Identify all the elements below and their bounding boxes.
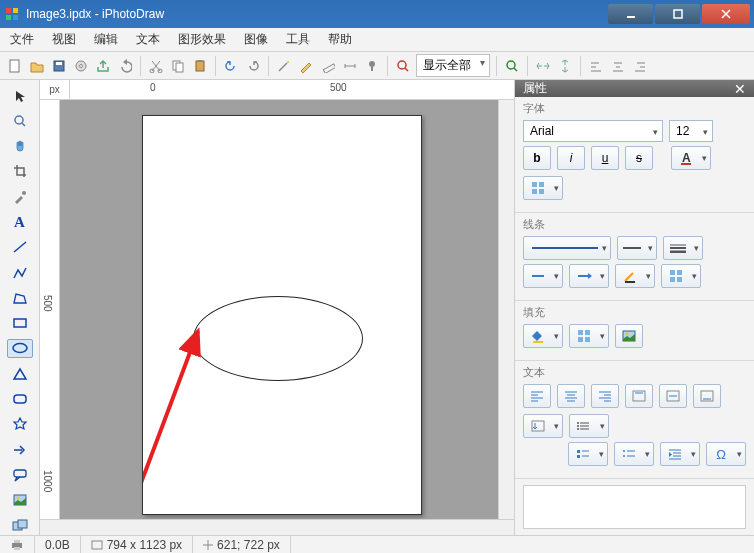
- crop-tool[interactable]: [7, 162, 33, 181]
- line-style-button[interactable]: [523, 236, 611, 260]
- svg-point-90: [577, 422, 579, 424]
- rounded-rect-tool[interactable]: [7, 389, 33, 408]
- svg-rect-65: [585, 337, 590, 342]
- zoom-select[interactable]: 显示全部: [416, 54, 490, 77]
- underline-button[interactable]: u: [591, 146, 619, 170]
- font-grid-button[interactable]: [523, 176, 563, 200]
- minimize-button[interactable]: [608, 4, 653, 24]
- fill-image-button[interactable]: [615, 324, 643, 348]
- line-tool[interactable]: [7, 238, 33, 257]
- svg-point-33: [22, 191, 26, 195]
- star-tool[interactable]: [7, 415, 33, 434]
- copy-icon[interactable]: [169, 57, 187, 75]
- valign-bot-button[interactable]: [693, 384, 721, 408]
- valign-top-button[interactable]: [625, 384, 653, 408]
- align-left-icon[interactable]: [587, 57, 605, 75]
- font-family-select[interactable]: Arial: [523, 120, 663, 142]
- text-dir-button[interactable]: [523, 414, 563, 438]
- list-style-button[interactable]: [569, 414, 609, 438]
- bold-button[interactable]: b: [523, 146, 551, 170]
- undo-arrow-icon[interactable]: [116, 57, 134, 75]
- menu-help[interactable]: 帮助: [328, 31, 352, 48]
- panel-close-icon[interactable]: ✕: [734, 81, 746, 97]
- callout-tool[interactable]: [7, 465, 33, 484]
- fill-color-button[interactable]: [523, 324, 563, 348]
- save-icon[interactable]: [50, 57, 68, 75]
- zoom-tool[interactable]: [7, 111, 33, 130]
- align-center-button[interactable]: [557, 384, 585, 408]
- ellipse-shape[interactable]: [193, 296, 363, 381]
- svg-rect-15: [196, 61, 204, 71]
- symbol-button[interactable]: Ω: [706, 442, 746, 466]
- font-color-button[interactable]: A: [671, 146, 711, 170]
- disc-icon[interactable]: [72, 57, 90, 75]
- arrow-tool[interactable]: [7, 440, 33, 459]
- font-size-select[interactable]: 12: [669, 120, 713, 142]
- italic-button[interactable]: i: [557, 146, 585, 170]
- valign-mid-button[interactable]: [659, 384, 687, 408]
- hand-tool[interactable]: [7, 137, 33, 156]
- line-width-button[interactable]: [663, 236, 703, 260]
- image-tool[interactable]: [7, 491, 33, 510]
- text-tool[interactable]: A: [7, 212, 33, 231]
- maximize-button[interactable]: [655, 4, 700, 24]
- undo-icon[interactable]: [222, 57, 240, 75]
- hflip-icon[interactable]: [534, 57, 552, 75]
- search-icon[interactable]: [394, 57, 412, 75]
- align-left-button[interactable]: [523, 384, 551, 408]
- gallery-tool[interactable]: [7, 516, 33, 535]
- arrow-end-button[interactable]: [569, 264, 609, 288]
- zoom-fit-icon[interactable]: [503, 57, 521, 75]
- pointer-tool[interactable]: [7, 86, 33, 105]
- svg-rect-36: [14, 395, 26, 403]
- indent-button[interactable]: [660, 442, 700, 466]
- line-color-button[interactable]: [615, 264, 655, 288]
- svg-rect-108: [92, 541, 102, 549]
- fill-grid-button[interactable]: [569, 324, 609, 348]
- ellipse-tool[interactable]: [7, 339, 33, 358]
- eyedropper-tool[interactable]: [7, 187, 33, 206]
- printer-icon[interactable]: [0, 536, 35, 553]
- horizontal-scrollbar[interactable]: [40, 519, 514, 535]
- page[interactable]: [142, 115, 422, 515]
- align-right-button[interactable]: [591, 384, 619, 408]
- new-icon[interactable]: [6, 57, 24, 75]
- canvas[interactable]: [60, 100, 498, 519]
- pencil-icon[interactable]: [297, 57, 315, 75]
- svg-rect-0: [6, 8, 11, 13]
- polygon-tool[interactable]: [7, 288, 33, 307]
- numbered-button[interactable]: [614, 442, 654, 466]
- paste-icon[interactable]: [191, 57, 209, 75]
- vertical-scrollbar[interactable]: [498, 100, 514, 519]
- dimension-icon[interactable]: [341, 57, 359, 75]
- polyline-tool[interactable]: [7, 263, 33, 282]
- rectangle-tool[interactable]: [7, 314, 33, 333]
- line-dash-button[interactable]: [617, 236, 657, 260]
- cut-icon[interactable]: [147, 57, 165, 75]
- menu-edit[interactable]: 编辑: [94, 31, 118, 48]
- toolbar-sep: [496, 56, 497, 76]
- open-icon[interactable]: [28, 57, 46, 75]
- align-center-icon[interactable]: [609, 57, 627, 75]
- svg-text:A: A: [682, 151, 691, 165]
- align-right-icon[interactable]: [631, 57, 649, 75]
- triangle-tool[interactable]: [7, 364, 33, 383]
- line-grid-button[interactable]: [661, 264, 701, 288]
- bullet-button[interactable]: [568, 442, 608, 466]
- menu-text[interactable]: 文本: [136, 31, 160, 48]
- redo-icon[interactable]: [244, 57, 262, 75]
- strike-button[interactable]: s: [625, 146, 653, 170]
- arrow-start-button[interactable]: [523, 264, 563, 288]
- vflip-icon[interactable]: [556, 57, 574, 75]
- menu-image[interactable]: 图像: [244, 31, 268, 48]
- menu-view[interactable]: 视图: [52, 31, 76, 48]
- menu-effects[interactable]: 图形效果: [178, 31, 226, 48]
- marker-icon[interactable]: [363, 57, 381, 75]
- close-button[interactable]: [702, 4, 750, 24]
- menu-tools[interactable]: 工具: [286, 31, 310, 48]
- svg-point-17: [287, 61, 289, 63]
- ruler-diag-icon[interactable]: [319, 57, 337, 75]
- menu-file[interactable]: 文件: [10, 31, 34, 48]
- wand-icon[interactable]: [275, 57, 293, 75]
- export-icon[interactable]: [94, 57, 112, 75]
